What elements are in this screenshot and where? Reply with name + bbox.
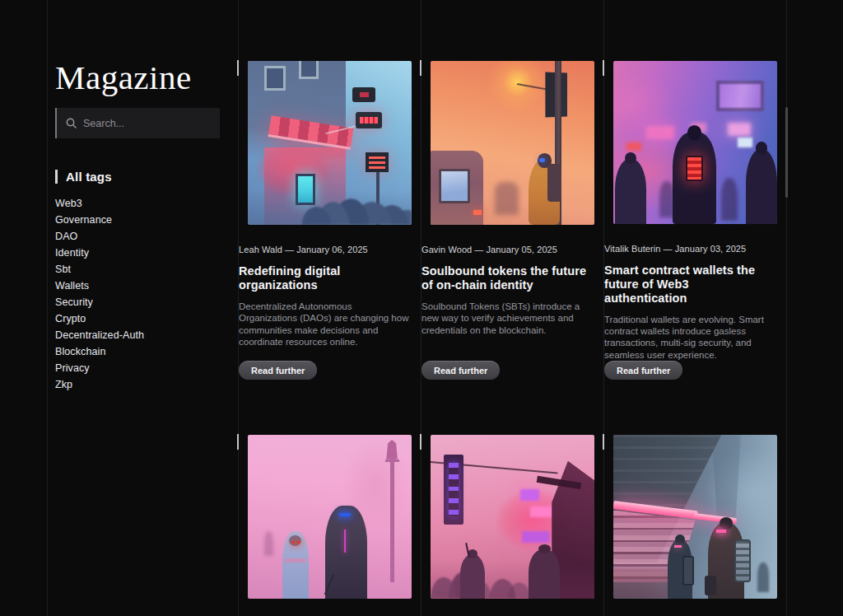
article-card: Vitalik Buterin—January 03, 2025 Smart c… bbox=[603, 59, 786, 380]
article-date: January 06, 2025 bbox=[296, 245, 368, 254]
article-card bbox=[421, 433, 603, 616]
article-excerpt: Soulbound Tokens (SBTs) introduce a new … bbox=[422, 301, 594, 336]
card-top-tick bbox=[420, 434, 422, 450]
article-author: Gavin Wood bbox=[422, 245, 472, 254]
article-title[interactable]: Soulbound tokens the future of on-chain … bbox=[422, 264, 592, 293]
article-meta: Vitalik Buterin—January 03, 2025 bbox=[604, 244, 786, 254]
search-input[interactable] bbox=[83, 118, 211, 129]
tag-wallets[interactable]: Wallets bbox=[55, 278, 220, 294]
article-date: January 05, 2025 bbox=[486, 245, 557, 254]
article-excerpt: Traditional wallets are evolving. Smart … bbox=[604, 314, 776, 362]
tag-list: Web3 Governance DAO Identity Sbt Wallets… bbox=[55, 195, 220, 393]
article-card bbox=[238, 433, 421, 616]
article-image[interactable] bbox=[248, 61, 412, 225]
meta-separator: — bbox=[664, 244, 673, 254]
all-tags-heading: All tags bbox=[55, 170, 220, 184]
article-image[interactable] bbox=[248, 435, 412, 599]
card-top-tick bbox=[420, 60, 422, 76]
article-image[interactable] bbox=[613, 61, 777, 224]
article-excerpt: Decentralized Autonomous Organizations (… bbox=[239, 301, 411, 348]
read-further-button[interactable]: Read further bbox=[239, 361, 317, 380]
article-image[interactable] bbox=[613, 435, 777, 599]
search-icon bbox=[66, 118, 77, 128]
sidebar: Magazine All tags Web3 Governance DAO Id… bbox=[55, 61, 220, 393]
article-image[interactable] bbox=[431, 61, 594, 225]
magazine-logo: Magazine bbox=[55, 61, 220, 95]
tag-decentralized-auth[interactable]: Decentralized-Auth bbox=[55, 327, 220, 343]
heading-accent-bar bbox=[55, 170, 58, 184]
sidebar-divider bbox=[47, 0, 48, 616]
search-box[interactable] bbox=[55, 108, 220, 138]
tag-zkp[interactable]: Zkp bbox=[55, 376, 220, 393]
card-top-tick bbox=[603, 60, 604, 76]
article-grid: Leah Wald—January 06, 2025 Redefining di… bbox=[238, 59, 786, 616]
article-image[interactable] bbox=[431, 435, 594, 599]
tag-crypto[interactable]: Crypto bbox=[55, 310, 220, 327]
tag-governance[interactable]: Governance bbox=[55, 212, 220, 228]
tag-web3[interactable]: Web3 bbox=[55, 195, 220, 212]
card-top-tick bbox=[237, 434, 239, 450]
article-title[interactable]: Smart contract wallets the future of Web… bbox=[604, 264, 775, 306]
meta-separator: — bbox=[285, 245, 294, 254]
tag-security[interactable]: Security bbox=[55, 294, 220, 310]
tag-identity[interactable]: Identity bbox=[55, 245, 220, 261]
right-edge-divider bbox=[786, 0, 787, 616]
article-title[interactable]: Redefining digital organizations bbox=[239, 264, 409, 293]
meta-separator: — bbox=[474, 245, 483, 254]
tag-dao[interactable]: DAO bbox=[55, 228, 220, 245]
article-card bbox=[603, 433, 786, 616]
card-top-tick bbox=[603, 434, 604, 450]
article-author: Vitalik Buterin bbox=[604, 244, 661, 254]
article-author: Leah Wald bbox=[239, 245, 282, 254]
read-further-button[interactable]: Read further bbox=[422, 361, 500, 380]
article-card: Leah Wald—January 06, 2025 Redefining di… bbox=[238, 59, 421, 380]
tag-blockchain[interactable]: Blockchain bbox=[55, 343, 220, 360]
article-card: Gavin Wood—January 05, 2025 Soulbound to… bbox=[421, 59, 603, 380]
card-top-tick bbox=[237, 60, 239, 76]
read-further-button[interactable]: Read further bbox=[604, 361, 682, 380]
article-meta: Leah Wald—January 06, 2025 bbox=[239, 245, 421, 254]
tag-sbt[interactable]: Sbt bbox=[55, 261, 220, 278]
tag-privacy[interactable]: Privacy bbox=[55, 360, 220, 376]
article-meta: Gavin Wood—January 05, 2025 bbox=[422, 245, 603, 254]
article-date: January 03, 2025 bbox=[675, 244, 747, 254]
